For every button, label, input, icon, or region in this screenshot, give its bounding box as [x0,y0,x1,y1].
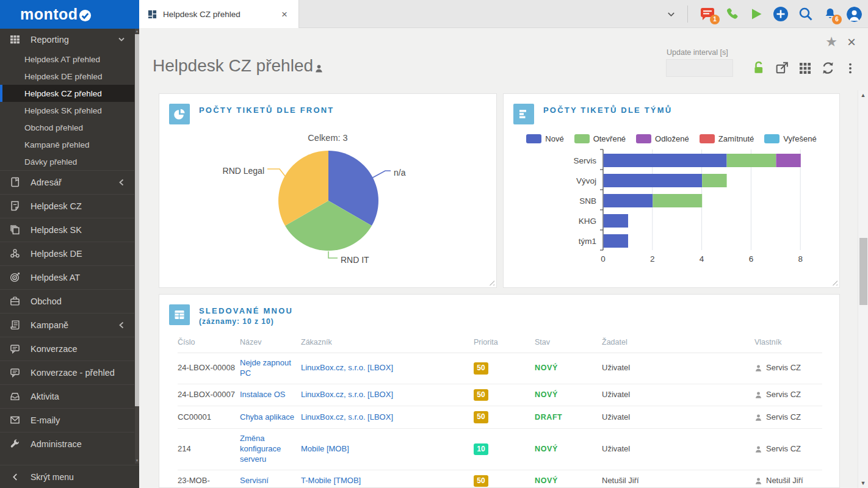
sidebar-item-obchod-prehled[interactable]: Obchod přehled [0,119,134,136]
customer-link[interactable]: Mobile [MOB] [301,444,349,453]
unlock-button[interactable] [751,60,767,76]
create-new-button[interactable] [773,6,789,22]
update-interval-input[interactable] [666,59,733,77]
panel-resize-handle[interactable] [831,279,837,285]
ticket-link[interactable]: Instalace OS [240,390,285,399]
column-header-stav: Stav [535,334,602,353]
legend-label: Nové [545,134,563,143]
sidebar-item-reporting[interactable]: Reporting [0,29,134,51]
cell-name: Instalace OS [240,384,301,406]
customer-link[interactable]: LinuxBox.cz, s.r.o. [LBOX] [301,390,393,399]
app-root: montod ReportingHelpdesk AT přehledHelpd… [0,0,868,488]
sidebar-item-helpdesk-cz[interactable]: Helpdesk CZ [0,194,134,218]
scroll-up-icon[interactable]: ▲ [135,29,139,34]
messages-button[interactable]: 1 [700,7,715,22]
sidebar-item-helpdesk-at[interactable]: Helpdesk AT [0,265,134,289]
sidebar-item-helpdesk-cz-prehled[interactable]: Helpdesk CZ přehled [0,85,134,102]
table-row: CC00001Chyba aplikaceLinuxBox.cz, s.r.o.… [178,406,822,429]
sidebar-item-helpdesk-sk-prehled[interactable]: Helpdesk SK přehled [0,102,134,119]
sidebar-item-davky-prehled[interactable]: Dávky přehled [0,153,134,170]
favorite-star-icon[interactable]: ★ [825,34,837,50]
table-header: ČísloNázevZákazníkPrioritaStavŽadatelVla… [178,334,822,353]
bar-vyvoj-nove [604,174,703,187]
owner-label: Servis CZ [754,444,817,454]
person-icon [314,64,324,73]
main-scroll-thumb[interactable] [859,238,867,305]
legend-item-otevrene: Otevřené [574,134,626,143]
cell-owner: Netušil Jiří [754,470,822,488]
sidebar-item-aktivita[interactable]: Aktivita [0,384,134,408]
messages-badge: 1 [710,15,720,24]
sidebar-scrollbar[interactable]: ▲ ▼ [135,29,139,464]
bar-category-label: tým1 [579,237,596,246]
priority-badge: 50 [474,411,488,423]
tab-close-icon[interactable]: × [279,8,290,21]
cell-priority: 50 [474,384,535,406]
sidebar-item-helpdesk-at-prehled[interactable]: Helpdesk AT přehled [0,51,134,68]
sidebar-item-adresar[interactable]: Adresář [0,170,134,194]
cell-name: Chyba aplikace [240,406,301,429]
customer-link[interactable]: LinuxBox.cz, s.r.o. [LBOX] [301,363,393,372]
customer-link[interactable]: T-Mobile [TMOB] [301,476,361,485]
ticket-link[interactable]: Chyba aplikace [240,412,294,422]
scroll-down-icon[interactable]: ▼ [858,478,868,488]
open-in-window-button[interactable] [774,60,790,76]
sidebar-item-label: Konverzace - přehled [31,368,126,378]
sidebar-item-helpdesk-sk[interactable]: Helpdesk SK [0,218,134,242]
cell-priority: 10 [474,428,535,470]
panel-resize-handle[interactable] [488,279,494,285]
notifications-button[interactable]: 6 [823,7,837,22]
customer-link[interactable]: LinuxBox.cz, s.r.o. [LBOX] [301,412,393,422]
cell-status: NOVÝ [535,384,602,406]
wrench-icon [10,439,21,450]
sidebar-item-helpdesk-de-prehled[interactable]: Helpdesk DE přehled [0,68,134,85]
ticket-link[interactable]: Nejde zapnout PC [240,358,291,378]
legend-item-zamitnute: Zamítnuté [700,134,754,143]
ticket-number: 24-LBOX-00008 [178,363,235,372]
sidebar-item-konverzace-prehled[interactable]: Konverzace - přehled [0,361,134,384]
envelope-icon [10,415,21,426]
call-button[interactable] [725,7,740,22]
scroll-up-icon[interactable]: ▲ [858,90,868,100]
ticket-link[interactable]: Změna konfigurace serveru [240,434,281,464]
person-icon [754,445,762,453]
column-header-vlastnik: Vlastník [754,334,822,353]
sidebar-item-konverzace[interactable]: Konverzace [0,337,134,361]
search-button[interactable] [798,6,814,22]
sidebar-hide-menu[interactable]: Skrýt menu [0,465,139,488]
close-page-icon[interactable]: × [847,35,856,49]
refresh-button[interactable] [820,60,836,76]
cell-priority: 50 [474,406,535,429]
scroll-down-icon[interactable]: ▼ [135,458,139,464]
tab-helpdesk-cz-prehled[interactable]: Helpdesk CZ přehled × [139,0,299,28]
start-button[interactable] [749,7,764,21]
pie-label-line [267,169,286,177]
status-label: NOVÝ [535,364,558,372]
grid-icon [798,61,812,76]
sidebar-item-administrace[interactable]: Administrace [0,432,134,456]
pie-label-line [328,251,338,258]
sidebar-item-kampane[interactable]: Kampaně [0,313,134,337]
tabs-dropdown-button[interactable] [667,10,676,19]
copies-icon [10,224,21,235]
bar-category-label: Servis [573,156,596,165]
ticket-link[interactable]: Servisní [240,476,269,485]
user-menu-button[interactable] [847,7,862,22]
sidebar-item-helpdesk-de[interactable]: Helpdesk DE [0,242,134,265]
sidebar-item-kampane-prehled[interactable]: Kampaně přehled [0,136,134,153]
sidebar-item-label: Helpdesk DE [31,249,126,259]
sidebar-item-e-maily[interactable]: E-maily [0,408,134,432]
sidebar-item-obchod[interactable]: Obchod [0,289,134,313]
sidebar-item-label: Adresář [31,178,117,187]
address-book-icon [10,177,21,188]
bar-chart-icon [513,104,534,124]
logo-check-icon [79,9,92,22]
main-scrollbar[interactable]: ▲ ▼ [858,90,868,488]
more-options-button[interactable] [843,60,858,76]
svg-text:4: 4 [700,254,704,264]
sidebar-item-label: Kampaně [31,320,117,330]
cell-priority: 50 [474,470,535,488]
sidebar-scroll-thumb[interactable] [135,34,139,406]
legend-swatch [526,134,541,143]
widgets-grid-button[interactable] [797,60,813,76]
